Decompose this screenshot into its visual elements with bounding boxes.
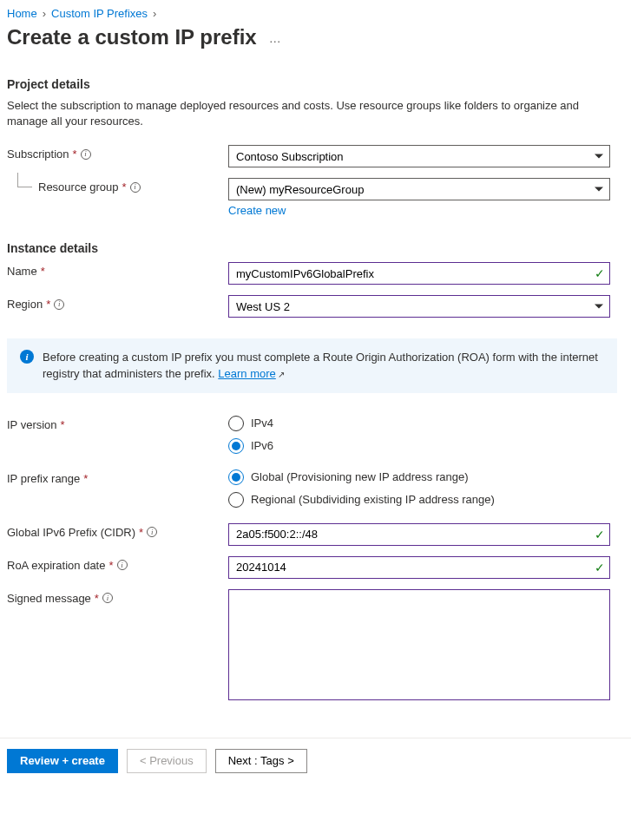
radio-icon [228, 492, 244, 508]
region-label: Region [7, 298, 43, 311]
breadcrumb: Home › Custom IP Prefixes › [7, 7, 617, 20]
radio-regional-label: Regional (Subdividing existing IP addres… [251, 493, 495, 506]
name-label: Name [7, 265, 37, 278]
radio-ipv6[interactable]: IPv6 [228, 438, 610, 454]
breadcrumb-section[interactable]: Custom IP Prefixes [51, 7, 148, 20]
info-icon[interactable]: i [117, 560, 128, 570]
required-indicator: * [83, 472, 88, 485]
info-banner: i Before creating a custom IP prefix you… [7, 338, 617, 392]
signed-message-textarea[interactable] [228, 589, 610, 700]
chevron-right-icon: › [153, 7, 156, 20]
ip-version-label: IP version [7, 418, 57, 431]
radio-global-label: Global (Provisioning new IP address rang… [251, 470, 469, 483]
required-indicator: * [122, 180, 127, 194]
required-indicator: * [95, 592, 99, 605]
radio-ipv4[interactable]: IPv4 [228, 416, 610, 431]
ip-prefix-range-label: IP prefix range [7, 472, 80, 485]
page-title: Create a custom IP prefix [7, 25, 257, 49]
info-banner-text: Before creating a custom IP prefix you m… [43, 351, 598, 379]
breadcrumb-home[interactable]: Home [7, 7, 37, 20]
global-prefix-input[interactable] [228, 523, 610, 546]
checkmark-icon: ✓ [595, 561, 605, 574]
instance-details-heading: Instance details [7, 241, 617, 255]
radio-icon [228, 416, 244, 431]
info-icon: i [20, 350, 34, 364]
radio-ipv4-label: IPv4 [251, 417, 273, 430]
next-button[interactable]: Next : Tags > [215, 749, 307, 773]
required-indicator: * [61, 418, 65, 431]
name-input[interactable] [228, 262, 610, 285]
radio-icon [228, 438, 244, 454]
more-icon[interactable]: … [264, 31, 286, 45]
signed-message-label: Signed message [7, 592, 91, 605]
required-indicator: * [139, 526, 143, 539]
project-details-description: Select the subscription to manage deploy… [7, 98, 617, 129]
subscription-select[interactable]: Contoso Subscription [228, 145, 610, 167]
required-indicator: * [73, 148, 77, 161]
required-indicator: * [108, 559, 113, 572]
required-indicator: * [41, 265, 45, 278]
checkmark-icon: ✓ [595, 528, 605, 541]
radio-global[interactable]: Global (Provisioning new IP address rang… [228, 469, 610, 485]
info-icon[interactable]: i [81, 149, 91, 160]
create-new-link[interactable]: Create new [228, 204, 286, 217]
resource-group-select[interactable]: (New) myResourceGroup [228, 178, 610, 200]
radio-ipv6-label: IPv6 [251, 439, 273, 452]
radio-icon [228, 469, 244, 485]
info-icon[interactable]: i [102, 593, 113, 603]
external-link-icon: ↗ [278, 370, 285, 379]
review-create-button[interactable]: Review + create [7, 749, 118, 773]
chevron-right-icon: › [43, 7, 46, 20]
info-icon[interactable]: i [130, 182, 141, 193]
info-icon[interactable]: i [147, 527, 157, 537]
footer-actions: Review + create < Previous Next : Tags > [0, 738, 631, 784]
project-details-heading: Project details [7, 77, 617, 91]
info-icon[interactable]: i [54, 299, 64, 310]
roa-expiration-label: RoA expiration date [7, 559, 105, 572]
learn-more-link[interactable]: Learn more [218, 367, 275, 380]
resource-group-label: Resource group [38, 180, 119, 194]
required-indicator: * [46, 298, 50, 311]
roa-expiration-input[interactable] [228, 556, 610, 579]
region-select[interactable]: West US 2 [228, 295, 610, 318]
previous-button[interactable]: < Previous [127, 749, 207, 773]
subscription-label: Subscription [7, 148, 69, 161]
checkmark-icon: ✓ [595, 266, 605, 280]
global-prefix-label: Global IPv6 Prefix (CIDR) [7, 526, 135, 539]
radio-regional[interactable]: Regional (Subdividing existing IP addres… [228, 492, 610, 508]
